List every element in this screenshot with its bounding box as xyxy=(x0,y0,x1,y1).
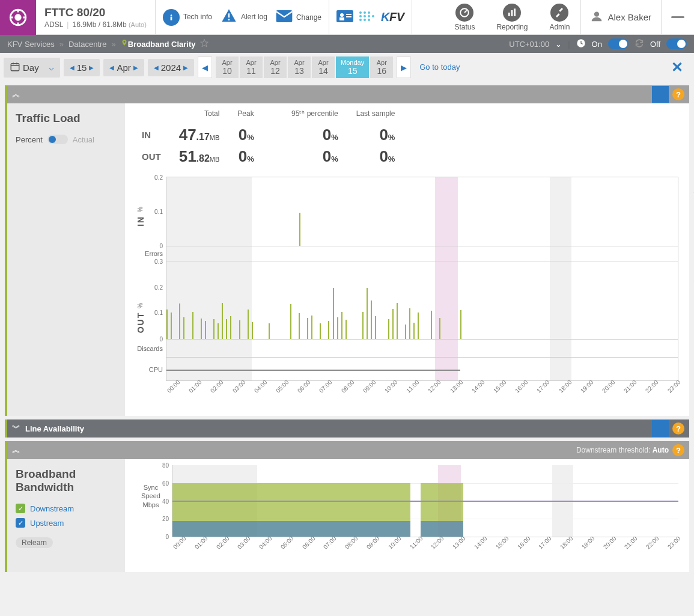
change-button[interactable]: Change xyxy=(276,10,321,24)
svg-point-18 xyxy=(368,11,370,14)
tools-icon xyxy=(550,4,568,22)
tech-info-button[interactable]: Tech info xyxy=(163,9,212,26)
user-menu[interactable]: Alex Baker xyxy=(580,0,661,34)
brand-dots-icon xyxy=(358,10,376,24)
day-tab[interactable]: Apr12 xyxy=(264,56,287,78)
month-picker[interactable]: ◀Apr▶ xyxy=(103,59,144,76)
calendar-icon xyxy=(10,61,20,74)
day-tab[interactable]: Apr10 xyxy=(216,56,239,78)
chevron-down-icon: ⌄ xyxy=(555,40,562,49)
downstream-toggle[interactable]: ✓ Downstream xyxy=(16,504,117,513)
download-button[interactable] xyxy=(652,420,669,437)
bandwidth-sidebar: Broadband Bandwidth ✓ Downstream ✓ Upstr… xyxy=(7,459,125,572)
bandwidth-main: Sync Speed Mbps 80 60 40 20 0 xyxy=(125,459,689,572)
day-tab[interactable]: Apr14 xyxy=(312,56,335,78)
day-tab[interactable]: Monday15 xyxy=(336,56,369,78)
crumb-root[interactable]: KFV Services xyxy=(7,40,55,49)
close-datebar-button[interactable]: ✕ xyxy=(664,59,690,76)
download-button[interactable] xyxy=(652,86,669,103)
app-logo xyxy=(0,0,36,35)
title-block: FTTC 80/20 ADSL|16.9Mb / 61.8Mb (Auto) xyxy=(36,0,156,34)
refresh-icon[interactable] xyxy=(635,38,644,50)
traffic-panel-header: ︽ ? xyxy=(7,85,689,103)
svg-rect-3 xyxy=(171,16,172,20)
svg-point-8 xyxy=(340,13,344,17)
day-tab[interactable]: Apr11 xyxy=(240,56,263,78)
next-days-button[interactable]: ▶ xyxy=(397,56,411,78)
svg-point-5 xyxy=(228,19,230,20)
envelope-icon xyxy=(276,10,293,24)
prev-days-button[interactable]: ◀ xyxy=(198,56,212,78)
year-picker[interactable]: ◀2024▶ xyxy=(148,59,194,76)
nav-admin[interactable]: Admin xyxy=(538,0,580,34)
bandwidth-title: Broadband Bandwidth xyxy=(16,468,117,494)
timezone-select[interactable]: UTC+01:00 xyxy=(509,40,549,49)
alert-icon xyxy=(221,8,237,26)
svg-rect-11 xyxy=(346,16,352,17)
nav-status[interactable]: Status xyxy=(443,0,485,34)
pin-icon xyxy=(121,39,128,49)
svg-point-26 xyxy=(594,12,599,17)
collapse-icon[interactable]: ︽ xyxy=(12,89,20,100)
hamburger-icon xyxy=(671,16,684,18)
svg-point-19 xyxy=(368,15,370,17)
relearn-button[interactable]: Relearn xyxy=(16,537,53,548)
check-icon: ✓ xyxy=(16,518,25,528)
traffic-load-panel: ︽ ? Traffic Load Percent Actual IN OUT T… xyxy=(5,85,689,416)
out-total: 51.82MB xyxy=(179,145,220,167)
svg-point-2 xyxy=(171,14,172,16)
day-tab[interactable]: Apr16 xyxy=(370,56,393,78)
chevron-down-icon: ⌵ xyxy=(49,62,54,73)
svg-rect-24 xyxy=(511,10,513,16)
user-icon xyxy=(591,10,603,24)
svg-point-21 xyxy=(372,15,374,17)
line-availability-panel: ︾ Line Availability ? xyxy=(5,419,689,438)
svg-point-17 xyxy=(364,19,366,21)
menu-button[interactable] xyxy=(661,0,694,34)
clock-icon xyxy=(576,38,586,50)
alert-log-button[interactable]: Alert log xyxy=(221,8,267,26)
svg-rect-23 xyxy=(508,13,510,16)
svg-rect-9 xyxy=(339,17,344,20)
star-icon[interactable] xyxy=(199,38,209,50)
line-avail-header[interactable]: ︾ Line Availability ? xyxy=(7,419,689,438)
brand-text: KFV xyxy=(381,10,404,24)
check-icon: ✓ xyxy=(16,504,25,513)
expand-icon[interactable]: ︾ xyxy=(12,423,20,434)
goto-today-link[interactable]: Go to today xyxy=(415,63,460,72)
gauge-icon xyxy=(455,4,473,22)
crumb-level1[interactable]: Datacentre xyxy=(68,40,107,49)
percent-actual-toggle[interactable] xyxy=(47,135,68,144)
collapse-icon[interactable]: ︽ xyxy=(12,445,20,456)
svg-point-16 xyxy=(364,15,366,17)
traffic-main: IN OUT Total 47.17MB 51.82MB Peak 0% 0% … xyxy=(125,103,689,416)
connection-subline: ADSL|16.9Mb / 61.8Mb (Auto) xyxy=(44,20,147,29)
bandwidth-header: ︽ Downstream threshold: Auto ? xyxy=(7,441,689,459)
day-tab[interactable]: Apr13 xyxy=(288,56,311,78)
traffic-chart: IN % OUT % 0.2 0.1 0 80% xyxy=(136,177,678,405)
connection-title: FTTC 80/20 xyxy=(44,6,147,19)
svg-point-12 xyxy=(359,11,362,14)
svg-point-27 xyxy=(123,41,125,43)
bandwidth-panel: ︽ Downstream threshold: Auto ? Broadband… xyxy=(5,441,689,572)
off-toggle[interactable] xyxy=(666,38,687,49)
in-total: 47.17MB xyxy=(179,124,220,145)
svg-point-1 xyxy=(16,14,21,20)
top-bar: FTTC 80/20 ADSL|16.9Mb / 61.8Mb (Auto) T… xyxy=(0,0,694,35)
svg-rect-29 xyxy=(11,63,19,70)
view-mode-select[interactable]: Day ⌵ xyxy=(4,58,60,78)
svg-point-15 xyxy=(364,11,366,14)
breadcrumb-bar: KFV Services » Datacentre » Broadband Cl… xyxy=(0,35,694,53)
upstream-toggle[interactable]: ✓ Upstream xyxy=(16,518,117,528)
chart-icon xyxy=(503,4,521,22)
help-button[interactable]: ? xyxy=(672,88,684,100)
day-picker[interactable]: ◀15▶ xyxy=(64,59,100,76)
help-button[interactable]: ? xyxy=(672,422,684,435)
nav-reporting[interactable]: Reporting xyxy=(485,0,538,34)
on-toggle[interactable] xyxy=(608,38,629,49)
help-button[interactable]: ? xyxy=(672,444,684,456)
nav-icons: Status Reporting Admin Alex Baker xyxy=(443,0,694,34)
crumb-active: Broadband Clarity xyxy=(128,40,196,49)
id-card-icon xyxy=(336,10,353,24)
svg-rect-4 xyxy=(228,13,230,17)
